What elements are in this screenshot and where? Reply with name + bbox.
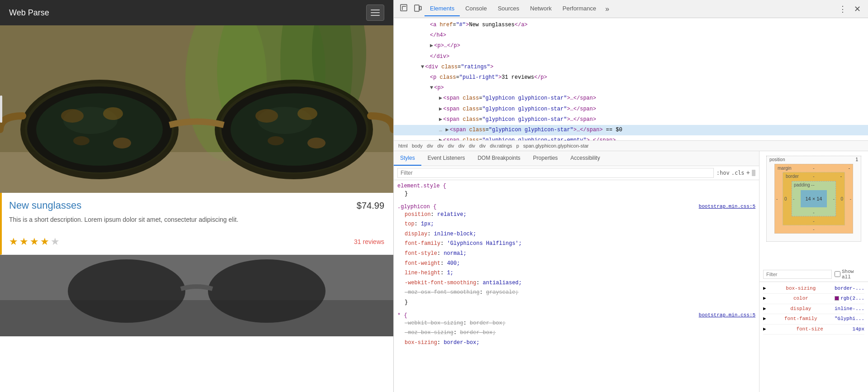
dom-line-1[interactable]: <a href="#">New sunglasses</a> bbox=[394, 20, 868, 30]
breadcrumb-span-glyphicon[interactable]: span.glyphicon.glyphicon-star bbox=[523, 143, 589, 148]
style-prop-box-sizing: box-sizing: border-box; bbox=[397, 338, 755, 348]
more-tabs-button[interactable]: » bbox=[602, 3, 613, 15]
tab-elements[interactable]: Elements bbox=[425, 1, 460, 16]
filter-hov-button[interactable]: :hov bbox=[717, 170, 730, 176]
box-model-diagram: position 1 margin - - - - - - bbox=[766, 156, 861, 242]
bm-margin-dash: - bbox=[849, 166, 850, 171]
dom-tree[interactable]: <a href="#">New sunglasses</a> </h4> ▶<p… bbox=[394, 18, 868, 140]
box-model-panel: position 1 margin - - - - - - bbox=[760, 151, 868, 392]
star-5-empty: ★ bbox=[51, 236, 60, 248]
style-rule-element: element.style { } bbox=[397, 183, 755, 199]
triangle-span3[interactable]: ▶ bbox=[439, 116, 442, 123]
hamburger-button[interactable] bbox=[366, 5, 384, 21]
tab-sources[interactable]: Sources bbox=[492, 1, 525, 16]
dom-line-8[interactable]: ▶<span class="glyphicon glyphicon-star">… bbox=[394, 93, 868, 104]
tab-styles[interactable]: Styles bbox=[394, 151, 421, 166]
bm-content-size: 14 × 14 bbox=[805, 196, 822, 201]
expand-icon-color[interactable]: ▶ bbox=[763, 295, 766, 303]
triangle-p[interactable]: ▶ bbox=[430, 43, 433, 49]
reviews-link[interactable]: 31 reviews bbox=[354, 238, 384, 245]
tag-a-href: <a href="#"> bbox=[430, 22, 469, 28]
dom-line-10[interactable]: ▶<span class="glyphicon glyphicon-star">… bbox=[394, 115, 868, 125]
computed-prop-font-size: ▶ font-size 14px bbox=[763, 325, 864, 335]
svg-rect-32 bbox=[420, 6, 421, 10]
styles-filter-input[interactable] bbox=[397, 168, 714, 178]
tab-console[interactable]: Console bbox=[460, 1, 492, 16]
computed-filter-bar: Show all bbox=[760, 267, 868, 282]
dom-line-3[interactable]: ▶<p>…</p> bbox=[394, 41, 868, 51]
triangle-span4[interactable]: ▶ bbox=[445, 127, 448, 133]
tab-dom-breakpoints[interactable]: DOM Breakpoints bbox=[471, 151, 527, 166]
breadcrumb-div6[interactable]: div bbox=[479, 143, 486, 148]
prop-name-display: display bbox=[790, 305, 811, 313]
triangle-div-ratings[interactable]: ▼ bbox=[421, 64, 424, 70]
style-prop-close-1: } bbox=[397, 189, 755, 199]
prop-name-box-sizing: box-sizing bbox=[786, 285, 816, 293]
dom-line-12[interactable]: ▶<span class="glyphicon glyphicon-star-e… bbox=[394, 135, 868, 140]
product-description: This is a short description. Lorem ipsum… bbox=[9, 215, 384, 225]
filter-cls-button[interactable]: .cls bbox=[731, 170, 745, 176]
expand-icon-box-sizing[interactable]: ▶ bbox=[763, 285, 766, 293]
style-source-glyphicon[interactable]: bootstrap.min.css:5 bbox=[699, 204, 755, 209]
breadcrumb-div5[interactable]: div bbox=[469, 143, 475, 148]
site-title: Web Parse bbox=[9, 8, 49, 18]
hamburger-line-3 bbox=[371, 15, 380, 16]
star-4: ★ bbox=[40, 236, 49, 248]
style-prop-webkit-font-smoothing: -webkit-font-smoothing: antialiased; bbox=[397, 278, 755, 288]
dom-line-9[interactable]: ▶<span class="glyphicon glyphicon-star">… bbox=[394, 104, 868, 115]
styles-area: Styles Event Listeners DOM Breakpoints P… bbox=[394, 151, 868, 392]
tab-accessibility[interactable]: Accessibility bbox=[564, 151, 606, 166]
svg-rect-25 bbox=[0, 300, 393, 336]
prop-value-font-size: 14px bbox=[853, 325, 864, 334]
breadcrumb-div-ratings[interactable]: div.ratings bbox=[490, 143, 512, 148]
dom-line-4[interactable]: </div> bbox=[394, 52, 868, 62]
device-toolbar-button[interactable] bbox=[411, 2, 425, 16]
triangle-span5[interactable]: ▶ bbox=[439, 137, 442, 140]
dom-line-7[interactable]: ▼<p> bbox=[394, 83, 868, 93]
style-source-star[interactable]: bootstrap.min.css:5 bbox=[699, 312, 755, 318]
color-swatch-rgb bbox=[835, 296, 839, 301]
tab-properties[interactable]: Properties bbox=[527, 151, 564, 166]
style-selector-row-glyphicon: bootstrap.min.css:5 .glyphicon { bbox=[397, 204, 755, 210]
show-all-label: Show all bbox=[835, 269, 864, 280]
bm-margin-top: - bbox=[813, 166, 814, 171]
devtools-panel: Elements Console Sources Network Perform… bbox=[393, 0, 868, 392]
devtools-menu-button[interactable]: ⋮ bbox=[835, 2, 850, 16]
breadcrumb-div3[interactable]: div bbox=[448, 143, 454, 148]
breadcrumb-html[interactable]: html bbox=[398, 143, 408, 148]
expand-icon-display[interactable]: ▶ bbox=[763, 305, 766, 313]
breadcrumb-body[interactable]: body bbox=[412, 143, 423, 148]
breadcrumb-div1[interactable]: div bbox=[427, 143, 433, 148]
svg-point-17 bbox=[113, 138, 131, 148]
dom-line-6[interactable]: <p class="pull-right">31 reviews</p> bbox=[394, 72, 868, 83]
product-title: New sunglasses bbox=[9, 200, 81, 211]
expand-icon-font-family[interactable]: ▶ bbox=[763, 315, 766, 323]
triangle-span1[interactable]: ▶ bbox=[439, 95, 442, 101]
devtools-close-button[interactable]: ✕ bbox=[850, 2, 864, 16]
computed-prop-box-sizing: ▶ box-sizing border-... bbox=[763, 284, 864, 294]
tab-event-listeners[interactable]: Event Listeners bbox=[421, 151, 472, 166]
computed-filter-input[interactable] bbox=[763, 270, 832, 279]
style-prop-font-style: font-style: normal; bbox=[397, 249, 755, 259]
dom-line-5[interactable]: ▼<div class="ratings"> bbox=[394, 62, 868, 72]
triangle-span2[interactable]: ▶ bbox=[439, 106, 442, 112]
breadcrumb-div2[interactable]: div bbox=[437, 143, 443, 148]
inspect-element-button[interactable] bbox=[397, 2, 411, 16]
breadcrumb-p[interactable]: p bbox=[516, 143, 519, 148]
product-image bbox=[0, 25, 393, 193]
filter-add-button[interactable]: + bbox=[746, 169, 750, 177]
tab-performance[interactable]: Performance bbox=[557, 1, 601, 16]
tab-network[interactable]: Network bbox=[525, 1, 557, 16]
dom-line-11[interactable]: … ▶<span class="glyphicon glyphicon-star… bbox=[394, 125, 868, 135]
dom-line-2[interactable]: </h4> bbox=[394, 30, 868, 41]
triangle-p2[interactable]: ▼ bbox=[430, 85, 433, 91]
style-prop-moz-font-smoothing: -moz-osx-font-smoothing: grayscale; bbox=[397, 288, 755, 298]
show-all-checkbox[interactable] bbox=[835, 271, 840, 277]
style-prop-position: position: relative; bbox=[397, 210, 755, 220]
expand-icon-font-size[interactable]: ▶ bbox=[763, 325, 766, 334]
styles-resize-handle[interactable] bbox=[752, 170, 755, 176]
box-model-visual-container: position 1 margin - - - - - - bbox=[760, 151, 868, 392]
svg-point-16 bbox=[61, 109, 84, 123]
breadcrumb-div4[interactable]: div bbox=[458, 143, 465, 148]
styles-tabs: Styles Event Listeners DOM Breakpoints P… bbox=[394, 151, 759, 166]
